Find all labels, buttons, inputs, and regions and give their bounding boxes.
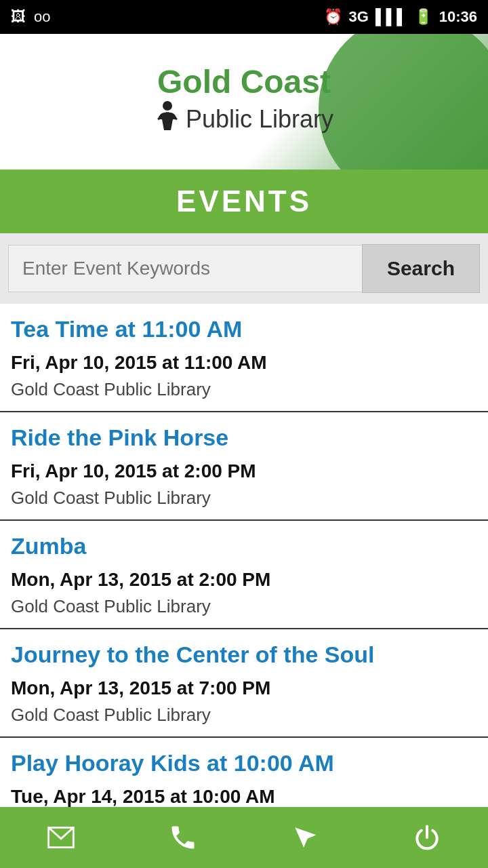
event-title-3[interactable]: Journey to the Center of the Soul bbox=[11, 642, 477, 668]
power-nav-button[interactable] bbox=[400, 810, 454, 865]
logo-subtitle-text: Public Library bbox=[186, 105, 333, 134]
location-nav-button[interactable] bbox=[278, 810, 332, 865]
event-date-2: Mon, Apr 13, 2015 at 2:00 PM bbox=[11, 569, 477, 591]
event-item-1: Ride the Pink Horse Fri, Apr 10, 2015 at… bbox=[0, 412, 488, 521]
image-icon: 🖼 bbox=[11, 8, 26, 26]
event-date-4: Tue, Apr 14, 2015 at 10:00 AM bbox=[11, 786, 477, 808]
events-banner-text: EVENTS bbox=[176, 184, 312, 218]
battery-icon: 🔋 bbox=[414, 8, 432, 26]
event-date-0: Fri, Apr 10, 2015 at 11:00 AM bbox=[11, 352, 477, 374]
events-list: Tea Time at 11:00 AM Fri, Apr 10, 2015 a… bbox=[0, 304, 488, 808]
event-title-1[interactable]: Ride the Pink Horse bbox=[11, 425, 477, 451]
event-title-4[interactable]: Play Hooray Kids at 10:00 AM bbox=[11, 750, 477, 776]
status-left-icons: 🖼 oo bbox=[11, 8, 50, 26]
svg-point-0 bbox=[163, 101, 172, 111]
status-bar: 🖼 oo ⏰ 3G ▌▌▌ 🔋 10:36 bbox=[0, 0, 488, 34]
voicemail-icon: oo bbox=[34, 8, 50, 26]
search-button[interactable]: Search bbox=[362, 244, 480, 293]
event-item-3: Journey to the Center of the Soul Mon, A… bbox=[0, 629, 488, 738]
event-date-3: Mon, Apr 13, 2015 at 7:00 PM bbox=[11, 677, 477, 699]
search-input[interactable] bbox=[8, 245, 362, 292]
event-title-2[interactable]: Zumba bbox=[11, 533, 477, 559]
event-item-2: Zumba Mon, Apr 13, 2015 at 2:00 PM Gold … bbox=[0, 521, 488, 629]
event-item-0: Tea Time at 11:00 AM Fri, Apr 10, 2015 a… bbox=[0, 304, 488, 412]
event-location-2: Gold Coast Public Library bbox=[11, 596, 477, 628]
phone-nav-button[interactable] bbox=[156, 810, 210, 865]
events-banner: EVENTS bbox=[0, 170, 488, 233]
event-location-0: Gold Coast Public Library bbox=[11, 379, 477, 411]
status-right-icons: ⏰ 3G ▌▌▌ 🔋 10:36 bbox=[324, 8, 477, 26]
network-icon: 3G bbox=[349, 8, 369, 26]
library-logo: Gold Coast Public Library bbox=[155, 64, 333, 139]
search-bar: Search bbox=[0, 233, 488, 304]
event-item-4: Play Hooray Kids at 10:00 AM Tue, Apr 14… bbox=[0, 738, 488, 808]
event-location-1: Gold Coast Public Library bbox=[11, 488, 477, 519]
logo-title: Gold Coast bbox=[155, 64, 333, 100]
event-title-0[interactable]: Tea Time at 11:00 AM bbox=[11, 316, 477, 342]
signal-icon: ▌▌▌ bbox=[375, 8, 407, 26]
time-display: 10:36 bbox=[439, 8, 477, 26]
event-date-1: Fri, Apr 10, 2015 at 2:00 PM bbox=[11, 460, 477, 482]
email-nav-button[interactable] bbox=[34, 810, 88, 865]
alarm-icon: ⏰ bbox=[324, 8, 342, 26]
logo-person-icon bbox=[155, 100, 180, 139]
header: Gold Coast Public Library bbox=[0, 34, 488, 170]
bottom-nav bbox=[0, 807, 488, 868]
event-location-3: Gold Coast Public Library bbox=[11, 705, 477, 736]
logo-subtitle: Public Library bbox=[155, 100, 333, 139]
